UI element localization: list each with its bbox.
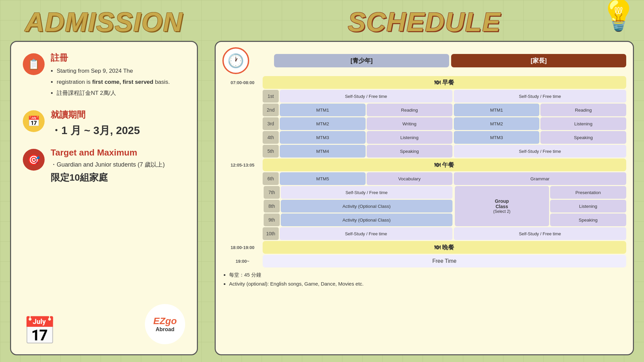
period-2-parent: MTM1 Reading: [454, 104, 627, 116]
ezgo-text: EZgo: [153, 316, 177, 326]
period-6-label: 6th: [263, 172, 279, 185]
period-3-parent-mtm: MTM2: [454, 117, 540, 130]
period-1-youth-cell: Self-Study / Free time: [280, 90, 452, 103]
period-5-time: [222, 145, 263, 158]
period-7-time: [222, 186, 263, 199]
admission-title: ADMISSION: [10, 7, 198, 38]
period-10-youth: Self-Study / Free time: [280, 227, 452, 240]
target-section: 🎯 Target and Maximum ・Guardian and Junio…: [23, 147, 185, 184]
period-10-time: [222, 227, 263, 240]
period-6-parent-grammar: Grammar: [454, 172, 627, 185]
lunch-time: 12:05-13:05: [222, 159, 263, 171]
period-4-label: 4th: [263, 131, 279, 144]
period-1-parent-cell: Self-Study / Free time: [454, 90, 627, 103]
period-5-row: 5th MTM4 Speaking Self-Study / Free time: [222, 145, 626, 158]
period-1-youth: Self-Study / Free time: [280, 90, 452, 103]
calendar-decoration: 📅: [23, 317, 56, 344]
period-5-youth: MTM4 Speaking: [280, 145, 452, 158]
breakfast-label: 🍽 早餐: [263, 76, 626, 89]
dinner-label: 🍽 晚餐: [263, 241, 626, 254]
period-4-youth-mtm: MTM3: [280, 131, 366, 144]
period-4-parent-mtm: MTM3: [454, 131, 540, 144]
period-2-label: 2nd: [263, 104, 279, 116]
evening-free-row: 19:00~ Free Time: [222, 255, 626, 267]
period-5-parent-free: Self-Study / Free time: [454, 145, 627, 158]
period-3-youth-mtm: MTM2: [280, 117, 366, 130]
youth-header: [青少年]: [274, 54, 449, 67]
schedule-header-row: 🕐 [青少年] [家長]: [222, 47, 626, 74]
period-text: ・1 月 ~ 3月, 2025: [51, 123, 140, 138]
period-7-9-times: [222, 186, 263, 226]
schedule-card: 🕐 [青少年] [家長] 07:00-08:00 🍽 早餐 1st Self-S…: [215, 41, 634, 355]
column-headers: [青少年] [家長]: [256, 54, 626, 67]
parent-speaking: Speaking: [550, 214, 626, 226]
period-10-label: 10th: [263, 227, 279, 240]
period-title: 就讀期間: [51, 109, 140, 121]
period-10-row: 10th Self-Study / Free time Self-Study /…: [222, 227, 626, 240]
schedule-rows: 07:00-08:00 🍽 早餐 1st Self-Study / Free t…: [222, 76, 626, 267]
limit-text: 限定10組家庭: [51, 171, 165, 184]
period-1-label: 1st: [263, 90, 279, 103]
clock-icon: 🕐: [222, 47, 249, 74]
period-3-youth-skill: Writing: [367, 117, 452, 130]
period-7-label: 7th: [264, 186, 280, 199]
period-2-youth-mtm: MTM1: [280, 104, 366, 116]
period-5-youth-mtm: MTM4: [280, 145, 366, 158]
period-5-parent: Self-Study / Free time: [454, 145, 627, 158]
ezgo-logo: EZgo Abroad: [145, 304, 185, 344]
period-7-9-parent: Group Class (Select 2) Presentation List…: [455, 186, 627, 226]
period-9-youth: Activity (Optional Class): [281, 214, 452, 226]
period-3-time: [222, 117, 263, 130]
evening-time: 19:00~: [222, 255, 263, 267]
period-2-parent-skill: Reading: [540, 104, 626, 116]
period-5-label: 5th: [263, 145, 279, 158]
period-2-row: 2nd MTM1 Reading MTM1 Reading: [222, 104, 626, 116]
period-9-time: [222, 214, 263, 226]
period-1-time: [222, 90, 263, 103]
period-4-parent: MTM3 Speaking: [454, 131, 627, 144]
period-6-youth-skill: Vocabulary: [367, 172, 452, 185]
period-5-youth-skill: Speaking: [367, 145, 452, 158]
period-7-youth: Self-Study / Free time: [281, 186, 452, 199]
lunch-row: 12:05-13:05 🍽 午餐: [222, 159, 626, 171]
period-spacer: [256, 54, 272, 67]
ezgo-sub: Abroad: [156, 326, 174, 333]
period-icon: 📅: [23, 110, 45, 132]
card-bottom: 📅 EZgo Abroad: [23, 304, 185, 344]
group-class-cell: Group Class (Select 2): [455, 186, 549, 226]
register-bullet1: Starting from Sep 9, 2024 The: [57, 66, 170, 76]
breakfast-row: 07:00-08:00 🍽 早餐: [222, 76, 626, 89]
admission-card: 📋 註冊 Starting from Sep 9, 2024 The regis…: [10, 41, 198, 355]
period-2-youth: MTM1 Reading: [280, 104, 452, 116]
period-4-row: 4th MTM3 Listening MTM3 Speaking: [222, 131, 626, 144]
register-bullet3: 註冊課程訂金NT 2萬/人: [57, 88, 170, 98]
period-6-row: 6th MTM5 Vocabulary Grammar: [222, 172, 626, 185]
register-icon: 📋: [23, 53, 45, 75]
period-6-youth-mtm: MTM5: [280, 172, 366, 185]
schedule-title: SCHEDULE: [348, 7, 501, 38]
left-panel: ADMISSION 📋 註冊 Starting from Sep 9, 2024…: [0, 0, 208, 362]
period-8-label: 8th: [264, 200, 280, 213]
period-4-youth: MTM3 Listening: [280, 131, 452, 144]
period-8-youth: Activity (Optional Class): [281, 200, 452, 213]
parent-listening: Listening: [550, 200, 626, 213]
period-3-parent: MTM2 Listening: [454, 117, 627, 130]
group-class-label2: Class: [495, 204, 508, 209]
parent-skills-area: Presentation Listening Speaking: [550, 186, 626, 226]
period-2-time: [222, 104, 263, 116]
register-title: 註冊: [51, 52, 170, 64]
period-7-9-youth: Self-Study / Free time Activity (Optiona…: [281, 186, 452, 226]
target-icon: 🎯: [23, 149, 45, 171]
register-text: Starting from Sep 9, 2024 The registrati…: [51, 66, 170, 98]
lightbulb-decoration: 💡: [600, 0, 637, 30]
period-3-label: 3rd: [263, 117, 279, 130]
period-2-youth-skill: Reading: [367, 104, 452, 116]
target-sub: ・Guardian and Junior students (7 歲以上): [51, 161, 165, 169]
lunch-label: 🍽 午餐: [263, 159, 626, 171]
period-1-parent: Self-Study / Free time: [454, 90, 627, 103]
period-4-time: [222, 131, 263, 144]
group-class-select: (Select 2): [493, 209, 510, 214]
schedule-title-area: SCHEDULE: [215, 7, 634, 41]
period-10-youth-free: Self-Study / Free time: [280, 227, 452, 240]
period-7-9-block: 7th 8th 9th Self-Study / Free time Activ…: [222, 186, 626, 226]
